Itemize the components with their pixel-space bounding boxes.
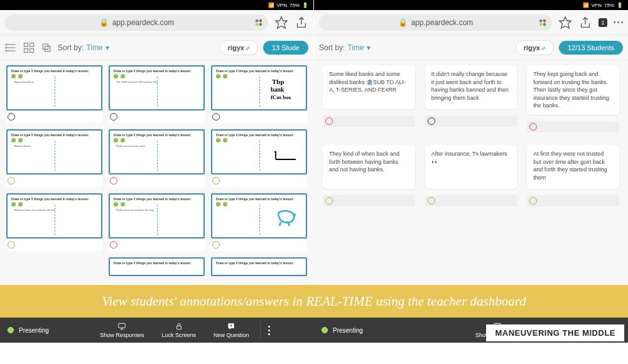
browser-nav: 🔒 app.peardeck.com 1 [314, 10, 628, 35]
sentiment-icon[interactable] [529, 123, 537, 131]
more-icon[interactable] [614, 21, 623, 23]
tab-count[interactable]: 1 [598, 18, 607, 27]
response-thumbnail[interactable]: Draw or type 2 things you learned in tod… [6, 65, 102, 123]
svg-rect-14 [30, 48, 34, 52]
mic-icon[interactable] [538, 18, 547, 27]
response-thumbnail[interactable]: Draw or type 2 things you learned in tod… [211, 193, 307, 251]
response-cell[interactable]: They kept going back and forward on trus… [527, 65, 619, 132]
svg-point-9 [6, 47, 7, 48]
mic-icon[interactable] [254, 18, 263, 27]
svg-point-23 [543, 23, 546, 26]
sentiment-icon[interactable] [529, 197, 537, 205]
sentiment-icon[interactable] [325, 117, 333, 125]
new-question-button[interactable]: New Question [205, 322, 258, 338]
svg-rect-11 [24, 43, 28, 46]
sort-dropdown[interactable]: Sort by:Time▾ [58, 43, 109, 52]
session-code[interactable]: rigyx⤢ [516, 40, 554, 55]
svg-point-3 [259, 23, 263, 26]
sentiment-icon[interactable] [110, 113, 117, 120]
sentiment-icon[interactable] [212, 113, 220, 120]
session-code[interactable]: rigyx⤢ [220, 40, 258, 55]
sentiment-icon[interactable] [8, 241, 15, 249]
status-dot-icon [8, 327, 14, 333]
url-bar[interactable]: 🔒 app.peardeck.com [5, 14, 268, 31]
overlay-icon[interactable] [40, 41, 53, 54]
svg-point-0 [256, 19, 259, 22]
caption-banner: View students' annotations/answers in RE… [0, 285, 628, 318]
toolbar: Sort by:Time▾ rigyx⤢ 13 Stude [0, 35, 313, 60]
response-thumbnail[interactable]: Draw or type 2 things you learned in tod… [211, 257, 307, 276]
response-cell[interactable]: Some liked banks and some disliked banks… [323, 65, 415, 132]
response-thumbnail[interactable]: Draw or type 2 things you learned in tod… [109, 65, 205, 123]
sentiment-icon[interactable] [110, 241, 117, 249]
chevron-down-icon: ▾ [106, 43, 109, 52]
lock-icon: 🔒 [99, 18, 109, 27]
toolbar: Sort by:Time▾ rigyx⤢ 12/13 Students [314, 35, 628, 60]
browser-nav: 🔒 app.peardeck.com [0, 10, 313, 35]
response-bubble: After insurance, Tx lawmakers 👀 [425, 145, 517, 189]
response-thumbnail[interactable]: Draw or type 2 things you learned in tod… [211, 129, 307, 187]
grid-icon[interactable] [23, 41, 35, 54]
url-bar[interactable]: 🔒 app.peardeck.com [319, 14, 552, 31]
response-thumbnail[interactable]: Draw or type 2 things you learned in tod… [211, 65, 307, 123]
sentiment-icon[interactable] [8, 177, 15, 185]
share-icon[interactable] [578, 16, 592, 29]
svg-point-20 [539, 19, 543, 22]
response-bubble: They kept going back and forward on trus… [527, 65, 619, 115]
sentiment-icon[interactable] [212, 241, 220, 249]
sentiment-icon[interactable] [428, 197, 435, 205]
response-bubble: Some liked banks and some disliked banks… [323, 65, 415, 109]
response-thumbnail[interactable]: Draw or type 2 things you learned in tod… [6, 193, 102, 251]
response-thumbnail[interactable]: Draw or type 2 things you learned in tod… [109, 193, 205, 251]
sentiment-icon[interactable] [428, 117, 435, 125]
url-text: app.peardeck.com [112, 18, 175, 27]
response-cell[interactable]: At first they were not trusted but over … [527, 145, 619, 206]
sentiment-icon[interactable] [325, 197, 333, 205]
svg-point-8 [6, 44, 7, 45]
response-cell[interactable]: It didn't really change because it just … [425, 65, 517, 132]
svg-point-2 [256, 23, 259, 26]
students-pill[interactable]: 13 Stude [263, 41, 308, 55]
response-grid: Some liked banks and some disliked banks… [314, 60, 628, 309]
svg-rect-26 [176, 326, 181, 329]
svg-text:fCm bos: fCm bos [271, 94, 291, 100]
svg-point-10 [6, 50, 7, 51]
watermark: MANEUVERING THE MIDDLE [486, 324, 624, 341]
sort-dropdown[interactable]: Sort by:Time▾ [319, 43, 371, 52]
svg-rect-16 [45, 46, 50, 51]
bottom-bar-left: Presenting Show Responses Lock Screens N… [0, 318, 314, 343]
response-thumbnail[interactable]: Draw or type 2 things you learned in tod… [6, 129, 102, 187]
show-responses-button[interactable]: Show Responses [91, 322, 153, 338]
status-dot-icon [322, 327, 328, 333]
svg-point-22 [539, 23, 543, 26]
chevron-down-icon: ▾ [367, 43, 371, 52]
svg-rect-12 [30, 43, 34, 46]
svg-point-21 [543, 19, 546, 22]
presenting-status[interactable]: Presenting [322, 327, 374, 334]
svg-rect-15 [43, 44, 48, 49]
svg-point-1 [259, 19, 263, 22]
star-icon[interactable] [558, 16, 572, 29]
response-cell[interactable]: They kind of when back and forth between… [323, 145, 415, 206]
svg-marker-24 [560, 16, 571, 28]
response-cell[interactable]: After insurance, Tx lawmakers 👀 [425, 145, 517, 206]
sentiment-icon[interactable] [8, 113, 15, 120]
students-pill[interactable]: 12/13 Students [559, 41, 623, 55]
presenting-status[interactable]: Presenting [8, 327, 60, 334]
url-text: app.peardeck.com [411, 18, 474, 27]
star-icon[interactable] [274, 16, 288, 29]
sentiment-icon[interactable] [110, 177, 117, 185]
svg-text:Tbp: Tbp [272, 78, 284, 85]
lock-screens-button[interactable]: Lock Screens [153, 322, 205, 338]
svg-text:bank: bank [271, 86, 284, 93]
lock-icon: 🔒 [398, 18, 408, 27]
share-icon[interactable] [295, 16, 308, 29]
sentiment-icon[interactable] [212, 177, 220, 185]
svg-rect-25 [119, 323, 126, 328]
response-bubble: It didn't really change because it just … [425, 65, 517, 109]
svg-rect-13 [24, 48, 28, 52]
response-thumbnail[interactable]: Draw or type 2 things you learned in tod… [109, 129, 205, 187]
more-button[interactable] [263, 326, 275, 335]
response-thumbnail[interactable]: Draw or type 2 things you learned in tod… [109, 257, 205, 276]
list-icon[interactable] [5, 41, 18, 54]
